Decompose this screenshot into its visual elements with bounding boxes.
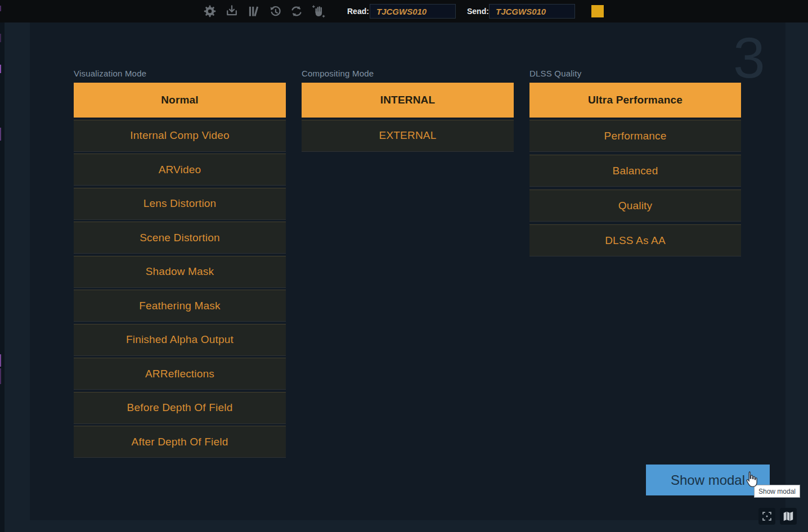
visualization-mode-header: Visualization Mode bbox=[74, 68, 286, 79]
status-indicator bbox=[591, 5, 604, 17]
app-window: Read: Send: 3 Visualization Mode Normal … bbox=[0, 0, 808, 532]
settings-icon[interactable] bbox=[203, 4, 217, 19]
dlss-quality-header: DLSS Quality bbox=[529, 68, 741, 79]
library-icon[interactable] bbox=[246, 4, 261, 19]
read-label: Read: bbox=[347, 7, 369, 16]
fullscreen-button[interactable] bbox=[758, 508, 775, 525]
option-performance[interactable]: Performance bbox=[529, 120, 741, 152]
option-arreflections[interactable]: ARReflections bbox=[74, 358, 286, 390]
option-quality[interactable]: Quality bbox=[529, 190, 741, 222]
map-button[interactable] bbox=[780, 508, 797, 525]
page-number-watermark: 3 bbox=[733, 29, 765, 87]
option-external[interactable]: EXTERNAL bbox=[302, 120, 514, 152]
option-normal[interactable]: Normal bbox=[74, 83, 286, 118]
option-internal[interactable]: INTERNAL bbox=[302, 83, 514, 118]
visualization-mode-group: Visualization Mode Normal Internal Comp … bbox=[74, 68, 286, 460]
option-balanced[interactable]: Balanced bbox=[529, 155, 741, 187]
option-feathering-mask[interactable]: Feathering Mask bbox=[74, 290, 286, 322]
history-icon[interactable] bbox=[268, 4, 282, 19]
option-before-depth-of-field[interactable]: Before Depth Of Field bbox=[74, 392, 286, 424]
read-input[interactable] bbox=[370, 4, 456, 19]
send-input[interactable] bbox=[489, 4, 575, 19]
refresh-icon[interactable] bbox=[289, 4, 304, 19]
option-shadow-mask[interactable]: Shadow Mask bbox=[74, 256, 286, 288]
option-lens-distortion[interactable]: Lens Distortion bbox=[74, 188, 286, 220]
option-dlss-as-aa[interactable]: DLSS As AA bbox=[529, 224, 741, 256]
option-finished-alpha-output[interactable]: Finished Alpha Output bbox=[74, 324, 286, 356]
compositing-mode-header: Compositing Mode bbox=[302, 68, 514, 79]
send-label: Send: bbox=[467, 7, 489, 16]
screen-edge-artifact bbox=[0, 0, 1, 532]
compositing-mode-group: Compositing Mode INTERNAL EXTERNAL bbox=[302, 68, 514, 154]
hand-gesture-icon[interactable] bbox=[311, 4, 326, 19]
option-internal-comp-video[interactable]: Internal Comp Video bbox=[74, 120, 286, 152]
option-after-depth-of-field[interactable]: After Depth Of Field bbox=[74, 426, 286, 458]
download-icon[interactable] bbox=[225, 4, 239, 19]
mouse-cursor-icon bbox=[744, 471, 758, 490]
option-ultra-performance[interactable]: Ultra Performance bbox=[529, 83, 741, 118]
toolbar: Read: Send: bbox=[0, 0, 808, 22]
option-arvideo[interactable]: ARVideo bbox=[74, 154, 286, 186]
show-modal-tooltip: Show modal bbox=[754, 485, 800, 498]
option-scene-distortion[interactable]: Scene Distortion bbox=[74, 222, 286, 254]
dlss-quality-group: DLSS Quality Ultra Performance Performan… bbox=[529, 68, 741, 259]
